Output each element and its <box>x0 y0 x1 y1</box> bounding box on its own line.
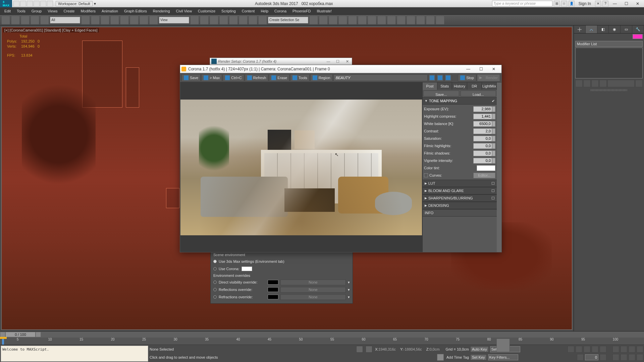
mirror-button[interactable] <box>309 16 318 24</box>
maximize-button[interactable]: ☐ <box>621 0 631 7</box>
rendered-frame-button[interactable] <box>387 16 396 24</box>
vfb-tools-button[interactable]: Tools <box>290 74 310 81</box>
help-search-input[interactable]: Type a keyword or phrase <box>492 1 552 6</box>
lock-selection-button[interactable] <box>356 346 363 353</box>
link-button[interactable] <box>21 16 30 24</box>
vfb-region-button[interactable]: Region <box>310 74 333 81</box>
snap-toggle-button[interactable] <box>219 16 228 24</box>
menu-group[interactable]: Group <box>29 7 45 15</box>
add-time-tag-icon[interactable] <box>437 354 444 361</box>
tab-display[interactable]: ▭ <box>621 25 632 33</box>
vfb-pass-dropdown[interactable]: BEAUTY <box>333 74 428 81</box>
add-time-tag-label[interactable]: Add Time Tag <box>446 355 469 359</box>
timeslider-prev[interactable] <box>0 332 5 337</box>
refl-map[interactable]: None <box>280 287 346 293</box>
menu-grapheditors[interactable]: Graph Editors <box>121 7 150 15</box>
vfb-zoom-fit-button[interactable] <box>436 74 444 81</box>
menu-corona[interactable]: Corona <box>271 7 289 15</box>
menu-modifiers[interactable]: Modifiers <box>77 7 99 15</box>
selection-filter-dropdown[interactable]: All <box>50 17 80 23</box>
sharpen-enable-check[interactable]: ☐ <box>491 196 495 200</box>
qat-new-icon[interactable] <box>13 1 19 7</box>
section-denoise[interactable]: ▶DENOISING <box>423 202 497 209</box>
tab-stats[interactable]: Stats <box>437 82 452 90</box>
section-lut[interactable]: ▶LUT☐ <box>423 180 497 187</box>
qat-redo-icon[interactable] <box>40 1 46 7</box>
highlight-spin-ctrl[interactable] <box>492 114 495 119</box>
tab-history[interactable]: History <box>452 82 467 90</box>
vfb-erase-button[interactable]: Erase <box>269 74 289 81</box>
vfb-stop-button[interactable]: Stop <box>458 74 476 81</box>
tone-enable-check[interactable]: ✔ <box>492 99 495 103</box>
menu-animation[interactable]: Animation <box>99 7 121 15</box>
nav-orbit-button[interactable] <box>629 354 635 361</box>
window-crossing-button[interactable] <box>110 16 119 24</box>
refr-toggle[interactable]: ▾ <box>348 295 350 299</box>
vfb-maximize[interactable]: ☐ <box>475 67 487 71</box>
curves-editor-button[interactable]: Editor... <box>473 173 495 178</box>
schematic-button[interactable] <box>358 16 367 24</box>
refl-check[interactable] <box>213 288 217 291</box>
edit-selection-set-button[interactable] <box>258 16 267 24</box>
show-end-result-button[interactable] <box>583 80 591 87</box>
vfb-copy-button[interactable]: Ctrl+C <box>223 74 244 81</box>
user-icon[interactable]: 👤 <box>569 1 575 7</box>
vfb-titlebar[interactable]: Corona 1.7 (hotfix 4) | 724×407px (1:1) … <box>180 65 501 73</box>
help-icon[interactable]: ? <box>602 1 608 7</box>
tab-hierarchy[interactable]: ◧ <box>597 25 609 33</box>
ref-coord-dropdown[interactable]: View <box>159 17 189 23</box>
redo-button[interactable] <box>11 16 20 24</box>
nav-walk-button[interactable] <box>621 354 627 361</box>
percent-snap-button[interactable] <box>239 16 248 24</box>
spinner-snap-button[interactable] <box>249 16 257 24</box>
auto-key-button[interactable]: Auto Key <box>470 346 489 352</box>
exchange-icon[interactable]: ✕ <box>595 1 601 7</box>
highlight-spinner[interactable]: 1,441 <box>473 114 492 119</box>
angle-snap-button[interactable] <box>229 16 238 24</box>
env-use-corona-radio[interactable] <box>213 267 217 270</box>
modifier-list-dropdown[interactable]: Modifier List <box>575 41 643 47</box>
render-production-button[interactable] <box>397 16 406 24</box>
time-ruler[interactable]: 5101520253035404550556065707580859095100 <box>0 338 644 345</box>
direct-vis-color[interactable] <box>268 280 278 285</box>
modifier-stack[interactable] <box>575 48 643 78</box>
current-frame-field[interactable]: 0 <box>585 354 598 360</box>
select-rotate-button[interactable] <box>130 16 139 24</box>
render-button[interactable] <box>436 16 444 24</box>
a360-icon[interactable]: ☆ <box>561 1 567 7</box>
tab-lightmix[interactable]: LightMix <box>482 82 497 90</box>
corona-env-color[interactable] <box>241 266 252 271</box>
refr-color[interactable] <box>268 295 278 299</box>
make-unique-button[interactable] <box>591 80 599 87</box>
key-mode-toggle[interactable] <box>577 354 584 361</box>
qat-link-icon[interactable] <box>47 1 53 7</box>
section-bloom[interactable]: ▶BLOOM AND GLARE☐ <box>423 187 497 194</box>
key-filters-button[interactable]: Key Filters... <box>488 354 518 360</box>
viewport-label[interactable]: [+] [CoronaCamera001] [Standard] [Clay +… <box>3 28 99 33</box>
vfb-close[interactable]: ✕ <box>487 67 500 71</box>
filmic-hl-spinner[interactable]: 0,0 <box>473 143 492 149</box>
undo-button[interactable] <box>1 16 10 24</box>
menu-help[interactable]: Help <box>258 7 271 15</box>
menu-customize[interactable]: Customize <box>195 7 218 15</box>
render-active-shade-button[interactable] <box>416 16 425 24</box>
minimize-button[interactable]: — <box>610 0 620 7</box>
vfb-refresh-button[interactable]: Refresh <box>245 74 269 81</box>
lut-enable-check[interactable]: ☐ <box>491 181 495 186</box>
menu-create[interactable]: Create <box>60 7 77 15</box>
configure-sets-button[interactable] <box>635 80 643 87</box>
env-use-max-radio[interactable] <box>213 260 217 263</box>
bloom-enable-check[interactable]: ☐ <box>491 189 495 193</box>
refl-color[interactable] <box>268 287 278 292</box>
goto-start-button[interactable] <box>568 346 574 353</box>
exposure-spinner[interactable]: 2,988 <box>473 106 492 112</box>
vfb-render-button[interactable]: ▶ Render <box>477 74 500 81</box>
time-config-button[interactable] <box>600 354 606 361</box>
vfb-post-save-button[interactable]: Save... <box>423 90 459 97</box>
render-setup-window[interactable]: Render Setup: Corona 1.7 (hotfix 4) — ☐ … <box>210 58 352 65</box>
tab-motion[interactable]: ◉ <box>609 25 621 33</box>
tab-create[interactable] <box>574 25 586 33</box>
tab-dr[interactable]: DR <box>467 82 482 90</box>
tab-post[interactable]: Post <box>423 82 437 90</box>
nav-zoom-extents-button[interactable] <box>629 346 635 353</box>
